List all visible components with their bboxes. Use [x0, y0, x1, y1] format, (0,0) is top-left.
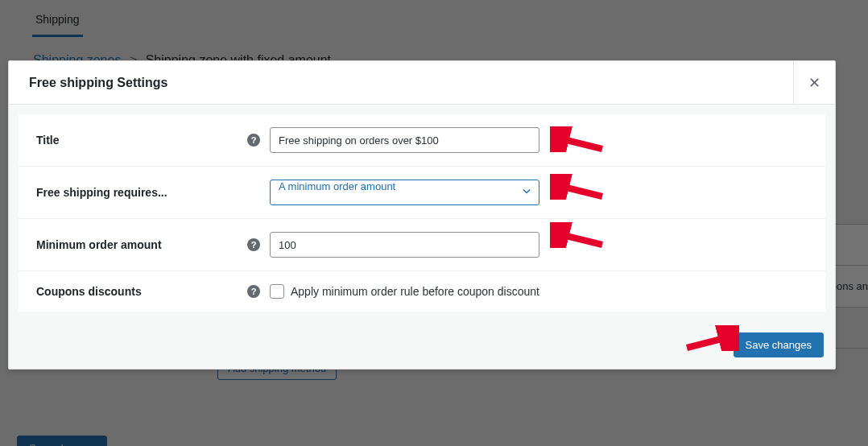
- row-requires: Free shipping requires... A minimum orde…: [19, 167, 825, 219]
- row-min-amount: Minimum order amount ?: [19, 219, 825, 271]
- row-coupons: Coupons discounts ? Apply minimum order …: [19, 271, 825, 312]
- help-icon[interactable]: ?: [247, 285, 260, 298]
- modal-form: Title ? Free shipping requires... A mini…: [9, 105, 835, 321]
- requires-select[interactable]: A minimum order amount: [270, 180, 539, 205]
- requires-label: Free shipping requires...: [36, 186, 167, 199]
- modal-header: Free shipping Settings ✕: [9, 61, 835, 105]
- min-amount-input[interactable]: [270, 232, 539, 258]
- coupons-checkbox-label: Apply minimum order rule before coupon d…: [291, 285, 539, 298]
- free-shipping-settings-modal: Free shipping Settings ✕ Title ? Free sh…: [8, 60, 836, 370]
- help-icon[interactable]: ?: [247, 134, 260, 147]
- coupons-label: Coupons discounts: [36, 285, 142, 298]
- save-changes-button[interactable]: Save changes: [734, 332, 824, 357]
- title-input[interactable]: [270, 127, 539, 153]
- min-amount-label: Minimum order amount: [36, 238, 162, 251]
- row-title: Title ?: [19, 114, 825, 167]
- title-label: Title: [36, 134, 60, 147]
- help-icon[interactable]: ?: [247, 238, 260, 251]
- coupons-checkbox[interactable]: [270, 284, 284, 299]
- modal-title: Free shipping Settings: [29, 76, 167, 90]
- modal-footer: Save changes: [9, 321, 835, 369]
- close-icon[interactable]: ✕: [793, 61, 835, 105]
